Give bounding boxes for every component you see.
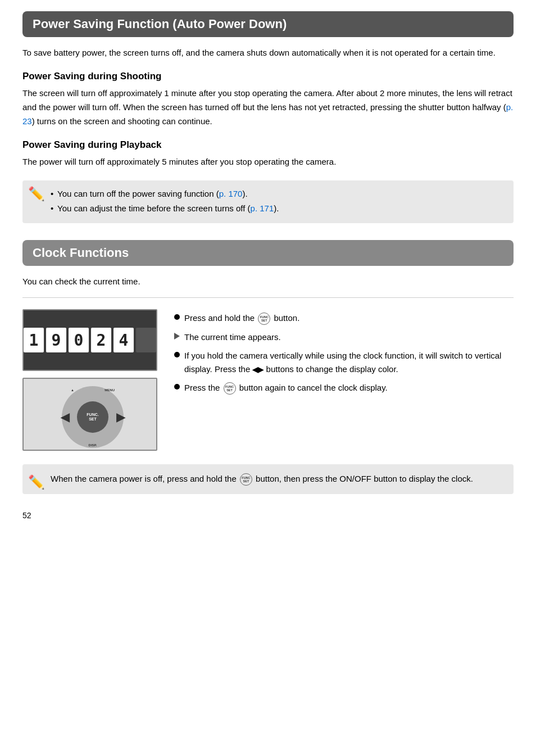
digit-empty — [136, 328, 156, 352]
instruction-3-text: If you hold the camera vertically while … — [184, 349, 514, 375]
instruction-1: Press and hold the FUNCSET button. — [174, 311, 514, 325]
instruction-1-text: Press and hold the FUNCSET button. — [184, 311, 299, 325]
func-label: FUNC. — [87, 413, 98, 417]
link-p171[interactable]: p. 171 — [251, 203, 274, 213]
clock-functions-title-banner: Clock Functions — [22, 240, 514, 266]
instruction-2: The current time appears. — [174, 331, 514, 343]
divider — [22, 297, 514, 298]
bullet-triangle-2 — [174, 333, 180, 339]
note-item-1: You can turn off the power saving functi… — [51, 187, 505, 201]
digit-9: 9 — [46, 328, 66, 352]
digit-1: 1 — [24, 328, 44, 352]
button-display-image: ◀ ▶ FUNC. SET MENU DISP. ▲ — [22, 378, 157, 451]
bottom-note-box: ✏️ When the camera power is off, press a… — [22, 464, 514, 494]
digit-0: 0 — [69, 328, 89, 352]
clock-instructions-column: Press and hold the FUNCSET button. The c… — [174, 309, 514, 451]
bullet-circle-1 — [174, 314, 180, 320]
right-arrow-icon: ▶ — [116, 410, 125, 424]
pencil-icon: ✏️ — [28, 186, 45, 202]
pencil-icon-bottom: ✏️ — [28, 471, 45, 494]
link-p170[interactable]: p. 170 — [219, 189, 243, 198]
instruction-2-text: The current time appears. — [184, 331, 281, 343]
bullet-circle-4 — [174, 384, 180, 390]
instruction-4-text: Press the FUNCSET button again to cancel… — [184, 381, 388, 395]
up-label: ▲ — [71, 388, 74, 392]
clock-intro-text: You can check the current time. — [22, 275, 514, 288]
shooting-subsection-title: Power Saving during Shooting — [22, 71, 514, 82]
func-set-icon-inline-2: FUNCSET — [224, 382, 236, 395]
power-saving-title-banner: Power Saving Function (Auto Power Down) — [22, 11, 514, 37]
bullet-circle-3 — [174, 352, 180, 357]
instruction-4: Press the FUNCSET button again to cancel… — [174, 381, 514, 395]
func-set-icon-inline-1: FUNCSET — [258, 313, 270, 325]
left-arrow-icon: ◀ — [61, 410, 69, 424]
bottom-note-text: When the camera power is off, press and … — [51, 474, 473, 483]
shooting-body-text: The screen will turn off approximately 1… — [22, 87, 514, 128]
func-set-button-large: ◀ ▶ FUNC. SET MENU DISP. ▲ — [62, 386, 118, 442]
clock-digits-display: 1 9 0 2 4 — [24, 328, 156, 352]
power-saving-intro: To save battery power, the screen turns … — [22, 46, 514, 60]
digit-2: 2 — [91, 328, 111, 352]
digit-4: 4 — [113, 328, 134, 352]
disp-label: DISP. — [89, 443, 97, 447]
clock-content-area: 1 9 0 2 4 ◀ ▶ — [22, 309, 514, 451]
power-saving-note-box: ✏️ You can turn off the power saving fun… — [22, 180, 514, 223]
playback-body-text: The power will turn off approximately 5 … — [22, 155, 514, 169]
func-set-icon-inline-3: FUNCSET — [240, 473, 252, 486]
clock-display-image: 1 9 0 2 4 — [22, 309, 157, 371]
menu-label: MENU — [105, 388, 115, 392]
playback-subsection-title: Power Saving during Playback — [22, 139, 514, 151]
clock-images-column: 1 9 0 2 4 ◀ ▶ — [22, 309, 157, 451]
set-label: SET — [89, 417, 97, 422]
instruction-3: If you hold the camera vertically while … — [174, 349, 514, 375]
note-item-2: You can adjust the time before the scree… — [51, 202, 505, 215]
lr-arrows-icon: ◀▶ — [252, 365, 264, 374]
page-number: 52 — [22, 511, 514, 520]
